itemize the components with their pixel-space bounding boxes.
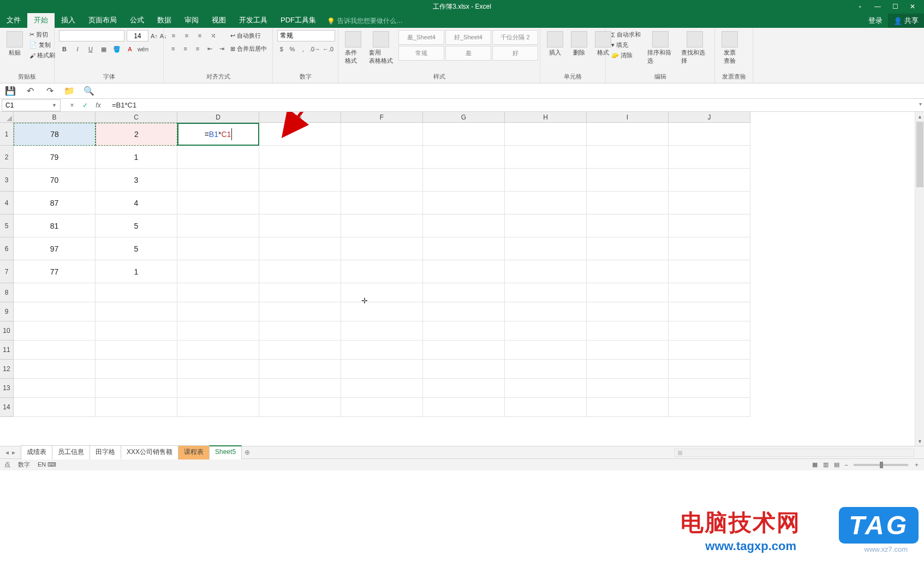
- menu-tab-1[interactable]: 开始: [27, 13, 55, 28]
- col-header-I[interactable]: I: [587, 112, 669, 123]
- print-preview-icon[interactable]: 🔍: [84, 86, 94, 96]
- cell-J7[interactable]: [669, 260, 750, 283]
- cell-H4[interactable]: [505, 192, 587, 214]
- cell-D3[interactable]: [177, 169, 259, 192]
- cell-C14[interactable]: [96, 398, 177, 417]
- minimize-icon[interactable]: —: [874, 3, 881, 10]
- cell-J1[interactable]: [669, 123, 750, 146]
- formula-input[interactable]: =B1*C1: [110, 101, 924, 109]
- vertical-scrollbar[interactable]: ▲ ▼: [915, 112, 924, 446]
- menu-tab-2[interactable]: 插入: [55, 13, 82, 28]
- number-format-select[interactable]: [277, 30, 335, 41]
- zoom-slider[interactable]: [854, 464, 908, 466]
- cell-B14[interactable]: [14, 398, 96, 417]
- style-slot[interactable]: 千位分隔 2: [492, 30, 538, 45]
- view-break-icon[interactable]: ▤: [834, 461, 839, 468]
- cell-J12[interactable]: [669, 360, 750, 379]
- paste-button[interactable]: 粘贴: [4, 30, 25, 71]
- cell-C1[interactable]: 2: [96, 123, 177, 146]
- view-page-icon[interactable]: ▥: [823, 461, 828, 468]
- cell-I14[interactable]: [587, 398, 669, 417]
- share-button[interactable]: 👤 共享: [888, 14, 924, 28]
- cell-J4[interactable]: [669, 192, 750, 214]
- cell-I1[interactable]: [587, 123, 669, 146]
- row-header-10[interactable]: 10: [0, 321, 14, 341]
- cell-I6[interactable]: [587, 237, 669, 260]
- cell-E5[interactable]: [259, 214, 341, 237]
- cell-F7[interactable]: [341, 260, 423, 283]
- maximize-icon[interactable]: ☐: [891, 3, 899, 10]
- col-header-H[interactable]: H: [505, 112, 587, 123]
- cell-C10[interactable]: [96, 321, 177, 341]
- orientation-icon[interactable]: ⤭: [207, 30, 218, 41]
- ime-toggle[interactable]: EN ⌨: [38, 461, 56, 468]
- horizontal-scrollbar[interactable]: [674, 449, 914, 457]
- cell-F12[interactable]: [341, 360, 423, 379]
- font-color-button[interactable]: A: [124, 44, 135, 55]
- cell-B7[interactable]: 77: [14, 260, 96, 283]
- dec-decimal-icon[interactable]: ←.0: [323, 44, 333, 55]
- cell-I7[interactable]: [587, 260, 669, 283]
- scroll-down-icon[interactable]: ▼: [915, 437, 924, 446]
- cell-H12[interactable]: [505, 360, 587, 379]
- fx-button[interactable]: fx: [94, 102, 102, 109]
- comma-icon[interactable]: ,: [299, 44, 307, 55]
- row-header-11[interactable]: 11: [0, 341, 14, 360]
- cell-C5[interactable]: 5: [96, 214, 177, 237]
- save-icon[interactable]: 💾: [5, 86, 15, 96]
- row-header-7[interactable]: 7: [0, 260, 14, 283]
- cell-E11[interactable]: [259, 341, 341, 360]
- tell-me-search[interactable]: 💡 告诉我您想要做什么…: [323, 14, 407, 28]
- style-slot[interactable]: 好: [492, 46, 538, 61]
- cell-H8[interactable]: [505, 283, 587, 302]
- cell-B5[interactable]: 81: [14, 214, 96, 237]
- view-normal-icon[interactable]: ▦: [812, 461, 818, 468]
- font-size-input[interactable]: [127, 30, 148, 41]
- cell-E1[interactable]: [259, 123, 341, 146]
- cell-F2[interactable]: [341, 146, 423, 169]
- menu-tab-4[interactable]: 公式: [123, 13, 151, 28]
- sheet-tab-2[interactable]: 田字格: [90, 445, 121, 459]
- ribbon-options-icon[interactable]: ▫: [856, 3, 864, 10]
- cell-H11[interactable]: [505, 341, 587, 360]
- cell-H14[interactable]: [505, 398, 587, 417]
- cell-I12[interactable]: [587, 360, 669, 379]
- cell-F6[interactable]: [341, 237, 423, 260]
- scrollbar-thumb[interactable]: [916, 122, 923, 187]
- inc-decimal-icon[interactable]: .0→: [309, 44, 320, 55]
- cell-E2[interactable]: [259, 146, 341, 169]
- cell-B10[interactable]: [14, 321, 96, 341]
- cell-I11[interactable]: [587, 341, 669, 360]
- cell-D6[interactable]: [177, 237, 259, 260]
- cell-H2[interactable]: [505, 146, 587, 169]
- cell-C8[interactable]: [96, 283, 177, 302]
- cell-I3[interactable]: [587, 169, 669, 192]
- cell-B12[interactable]: [14, 360, 96, 379]
- cell-I10[interactable]: [587, 321, 669, 341]
- font-name-input[interactable]: [59, 30, 124, 41]
- cell-J8[interactable]: [669, 283, 750, 302]
- merge-center-button[interactable]: ⊞合并后居中: [229, 44, 268, 53]
- sheet-tab-3[interactable]: XXX公司销售额: [121, 445, 178, 459]
- cell-D12[interactable]: [177, 360, 259, 379]
- cell-J13[interactable]: [669, 379, 750, 398]
- indent-dec-icon[interactable]: ⇤: [205, 43, 214, 54]
- cell-E14[interactable]: [259, 398, 341, 417]
- cell-D8[interactable]: [177, 283, 259, 302]
- cell-J14[interactable]: [669, 398, 750, 417]
- cell-C13[interactable]: [96, 379, 177, 398]
- percent-icon[interactable]: %: [288, 44, 297, 55]
- add-sheet-button[interactable]: ⊕: [241, 449, 253, 456]
- cell-D9[interactable]: [177, 302, 259, 321]
- cell-H3[interactable]: [505, 169, 587, 192]
- cell-F14[interactable]: [341, 398, 423, 417]
- cell-C3[interactable]: 3: [96, 169, 177, 192]
- folder-icon[interactable]: 📁: [64, 86, 74, 96]
- row-header-1[interactable]: 1: [0, 123, 14, 146]
- cell-I9[interactable]: [587, 302, 669, 321]
- col-header-D[interactable]: D: [177, 112, 259, 123]
- cell-B6[interactable]: 97: [14, 237, 96, 260]
- sheet-tab-4[interactable]: 课程表: [178, 445, 210, 459]
- fill-color-button[interactable]: 🪣: [111, 44, 122, 55]
- cell-H9[interactable]: [505, 302, 587, 321]
